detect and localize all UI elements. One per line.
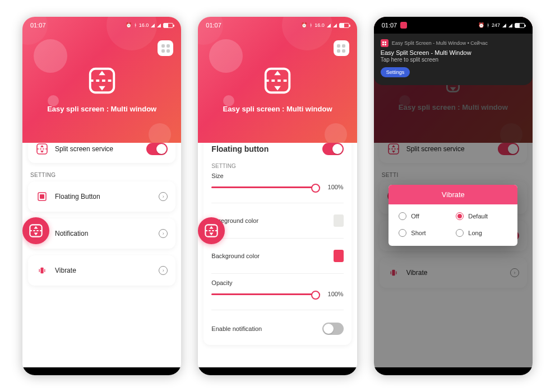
apps-grid-button[interactable] <box>158 40 173 56</box>
bg-label: Background color <box>211 253 260 259</box>
nav-handle[interactable] <box>74 371 130 373</box>
status-icons: ⏰ ᚼ 16.0 ◢ ◢ <box>126 22 174 28</box>
floating-toggle[interactable] <box>322 143 344 155</box>
battery-icon <box>515 23 525 28</box>
size-slider[interactable] <box>211 186 320 188</box>
split-icon <box>36 143 48 155</box>
svg-rect-5 <box>40 194 44 199</box>
service-label: Split screen service <box>55 145 140 153</box>
bluetooth-icon: ᚼ <box>487 22 489 28</box>
screen-main: 01:07 ⏰ ᚼ 16.0 ◢ ◢ Easy spli screen : Mu… <box>22 17 181 375</box>
floating-action-button[interactable] <box>22 217 49 244</box>
floating-action-button[interactable] <box>198 217 225 244</box>
signal-icon: ◢ <box>502 22 506 28</box>
notification-panel[interactable]: Easy Split Screen - Multi Window • Сейча… <box>374 34 533 85</box>
notif-settings-button[interactable]: Settings <box>381 67 410 77</box>
clock: 01:07 <box>382 22 397 29</box>
float-icon <box>36 190 48 203</box>
service-toggle[interactable] <box>146 143 168 155</box>
signal-icon: ◢ <box>508 22 512 28</box>
app-title: Easy spli screen : Multi window <box>223 105 332 113</box>
floating-button-row[interactable]: Floating Button › <box>28 181 175 212</box>
battery-icon <box>339 23 349 28</box>
floating-settings-card: Floating button SETTING Size 100% Foregr… <box>203 143 351 345</box>
bg-swatch <box>334 250 344 262</box>
split-screen-logo-icon <box>261 64 294 97</box>
clock: 01:07 <box>206 22 221 29</box>
enable-notif-toggle[interactable] <box>322 323 344 335</box>
radio-label: Off <box>411 213 419 220</box>
apps-grid-button[interactable] <box>334 40 349 56</box>
notif-indicator-icon <box>400 22 407 29</box>
chevron-right-icon: › <box>159 229 168 238</box>
screen-vibrate-dialog: Easy spli screen : Multi window 01:07 ⏰ … <box>374 17 533 375</box>
battery-icon <box>163 23 173 28</box>
radio-label: Short <box>411 230 425 236</box>
status-bar: 01:07 ⏰ ᚼ 16.0 ◢ ◢ <box>22 17 181 34</box>
section-label: SETTING <box>28 163 175 181</box>
vibrate-dialog: Vibrate Off Default Short Long <box>388 185 517 246</box>
chevron-right-icon: › <box>159 266 168 275</box>
radio-icon <box>399 229 406 237</box>
list-item-label: Floating Button <box>55 193 152 200</box>
chevron-right-icon: › <box>159 192 168 201</box>
screen-floating-settings: 01:07 ⏰ ᚼ 16.0 ◢ ◢ Easy spli screen : Mu… <box>198 17 357 375</box>
vibrate-icon <box>36 264 48 277</box>
radio-option-long[interactable]: Long <box>456 229 507 237</box>
nav-handle[interactable] <box>249 371 306 373</box>
app-header: 01:07 ⏰ ᚼ 16.0 ◢ ◢ Easy spli screen : Mu… <box>22 17 181 143</box>
opacity-label: Opacity <box>203 277 351 286</box>
alarm-icon: ⏰ <box>301 22 307 28</box>
status-icons: ⏰ ᚼ 16.0 ◢ ◢ <box>301 22 349 28</box>
notif-title: Easy Split Screen - Multi Window <box>381 49 526 56</box>
radio-option-default[interactable]: Default <box>456 212 507 220</box>
signal-icon: ◢ <box>151 22 155 28</box>
radio-icon <box>456 212 464 220</box>
list-item-label: Vibrate <box>55 267 152 274</box>
section-label: SETTING <box>203 160 351 170</box>
opacity-slider[interactable] <box>211 293 320 295</box>
service-card: Split screen service <box>28 143 175 163</box>
signal-icon: ◢ <box>157 22 161 28</box>
notif-meta: Easy Split Screen - Multi Window • Сейча… <box>392 40 488 46</box>
notif-subtitle: Tap here to split screen <box>381 57 526 63</box>
signal-icon: ◢ <box>327 22 331 28</box>
dialog-title: Vibrate <box>388 185 517 204</box>
panel-title: Floating button <box>211 144 269 153</box>
app-title: Easy spli screen : Multi window <box>47 105 156 113</box>
list-item-label: Notification <box>55 230 152 237</box>
status-bar: 01:07 ⏰ ᚼ 247 ◢ ◢ <box>374 17 533 34</box>
status-icons: ⏰ ᚼ 247 ◢ ◢ <box>478 22 525 28</box>
enable-notif-label: Enable notification <box>211 325 262 332</box>
fg-swatch <box>334 214 344 227</box>
bluetooth-icon: ᚼ <box>134 22 137 28</box>
notification-row[interactable]: Notification › <box>28 218 175 249</box>
speed-icon: 247 <box>492 22 500 28</box>
app-header: 01:07 ⏰ ᚼ 16.0 ◢ ◢ Easy spli screen : Mu… <box>198 17 357 143</box>
size-value: 100% <box>326 184 344 190</box>
nav-handle[interactable] <box>425 371 481 373</box>
foreground-color-row[interactable]: Foreground color <box>203 207 351 235</box>
grid-icon <box>161 44 170 53</box>
notif-app-icon <box>381 39 388 47</box>
alarm-icon: ⏰ <box>126 22 132 28</box>
opacity-value: 100% <box>326 291 344 297</box>
svg-rect-6 <box>40 268 43 274</box>
split-screen-logo-icon <box>86 64 118 97</box>
alarm-icon: ⏰ <box>478 22 484 28</box>
vibrate-row[interactable]: Vibrate › <box>28 255 175 286</box>
enable-notification-row[interactable]: Enable notification <box>203 314 351 344</box>
radio-label: Long <box>468 230 482 236</box>
speed-icon: 16.0 <box>314 22 325 28</box>
clock: 01:07 <box>30 22 46 29</box>
signal-icon: ◢ <box>333 22 337 28</box>
background-color-row[interactable]: Background color <box>203 242 351 270</box>
size-label: Size <box>203 170 351 179</box>
radio-icon <box>399 212 406 220</box>
status-bar: 01:07 ⏰ ᚼ 16.0 ◢ ◢ <box>198 17 357 34</box>
bluetooth-icon: ᚼ <box>309 22 312 28</box>
radio-label: Default <box>468 213 488 220</box>
radio-option-short[interactable]: Short <box>399 229 450 237</box>
radio-option-off[interactable]: Off <box>399 212 450 220</box>
speed-icon: 16.0 <box>139 22 149 28</box>
